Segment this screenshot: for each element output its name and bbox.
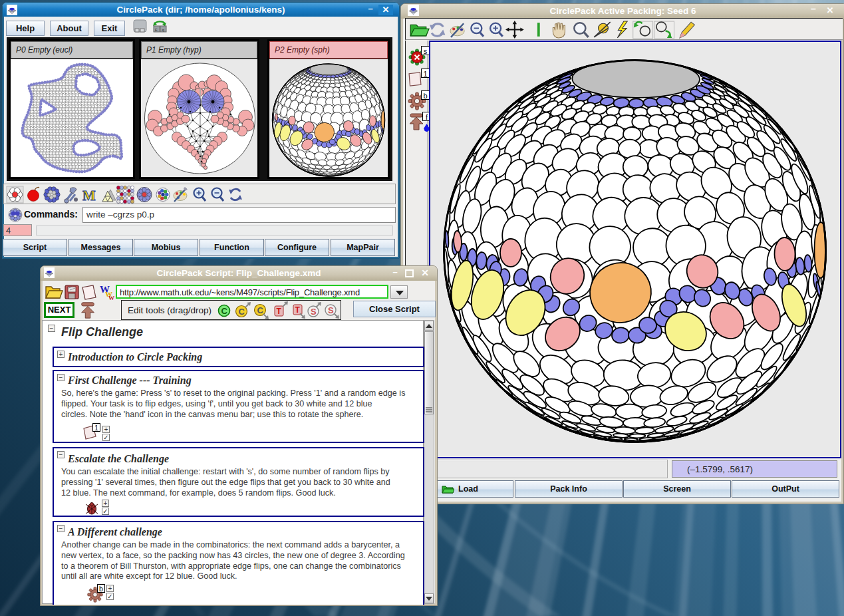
svg-text:q: q [162, 28, 164, 32]
svg-text:M: M [82, 188, 96, 204]
svg-text:T: T [277, 307, 282, 316]
svg-text:C: C [221, 306, 228, 316]
svg-text:S: S [328, 305, 334, 315]
svg-text:T: T [295, 305, 301, 315]
svg-text:C: C [239, 307, 245, 317]
svg-text:W: W [108, 295, 114, 301]
svg-text:S: S [311, 307, 317, 317]
svg-text:F: F [155, 28, 158, 32]
svg-text:C: C [257, 305, 264, 315]
